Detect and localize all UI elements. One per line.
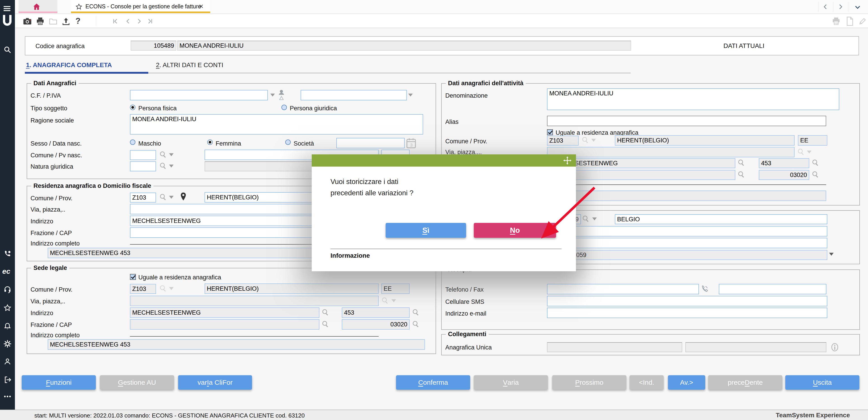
attivita-via-field[interactable]: [547, 147, 795, 157]
map-pin-icon[interactable]: [180, 192, 186, 201]
edit-pencil-icon[interactable]: [859, 17, 867, 25]
notifications-bell-icon[interactable]: [4, 322, 11, 330]
phone-contact-icon[interactable]: [4, 250, 11, 258]
dropdown-icon[interactable]: [591, 139, 596, 142]
phone-icon[interactable]: [701, 285, 709, 293]
radio-persona-fisica[interactable]: [130, 104, 135, 110]
stato-estero-field[interactable]: BELGIO: [615, 214, 827, 224]
sede-prov-field[interactable]: EE: [381, 283, 410, 294]
search-lookup-icon[interactable]: [160, 193, 166, 201]
gestione-au-button[interactable]: Gestione AU: [100, 375, 174, 390]
piva-dropdown-icon[interactable]: [408, 94, 413, 96]
camera-icon[interactable]: [23, 18, 32, 25]
precedente-button[interactable]: preceDente: [708, 375, 782, 390]
favorites-star-icon[interactable]: [4, 304, 11, 312]
anagrafica-unica-field-1[interactable]: [547, 342, 682, 352]
search-icon[interactable]: [4, 46, 11, 54]
new-document-icon[interactable]: [846, 17, 854, 26]
close-tab-icon[interactable]: ×: [199, 2, 204, 11]
alias-field[interactable]: [547, 116, 826, 126]
dropdown-icon[interactable]: [169, 196, 174, 199]
sede-civico-field[interactable]: 453: [342, 307, 410, 318]
funzioni-button[interactable]: Funzioni: [22, 375, 96, 390]
radio-persona-giuridica[interactable]: [281, 104, 287, 110]
si-button[interactable]: Sì: [385, 223, 466, 238]
attivita-civico-field[interactable]: 453: [759, 158, 809, 168]
radio-femmina[interactable]: [207, 140, 213, 145]
telefono-field[interactable]: [547, 284, 699, 294]
econs-browser-tab[interactable]: ECONS - Console per la gestione delle fa…: [71, 0, 210, 13]
search-lookup-icon[interactable]: [322, 321, 329, 328]
piva-field[interactable]: [301, 90, 407, 100]
cellulare-field[interactable]: [547, 296, 827, 306]
search-lookup-icon[interactable]: [322, 309, 329, 316]
tab-altri-dati-e-conti[interactable]: 2. ALTRI DATI E CONTI: [156, 61, 223, 69]
nav-forward-icon[interactable]: [837, 4, 844, 10]
headset-icon[interactable]: [4, 286, 11, 293]
search-lookup-icon[interactable]: [738, 159, 745, 167]
ragione-sociale-field[interactable]: MONEA ANDREI-IULIU: [130, 114, 423, 134]
ec-logo[interactable]: ec: [2, 267, 13, 275]
dropdown-icon[interactable]: [807, 151, 811, 153]
hamburger-menu-icon[interactable]: [4, 5, 11, 11]
search-lookup-icon[interactable]: [412, 309, 419, 316]
cf-dropdown-icon[interactable]: [270, 94, 275, 96]
dropdown-icon[interactable]: [392, 299, 396, 302]
sede-comune-field[interactable]: HERENT(BELGIO): [205, 283, 379, 294]
folder-icon[interactable]: [49, 18, 57, 25]
next-page-icon[interactable]: [135, 18, 143, 24]
residenza-indirizzo-field[interactable]: MECHELSESTEENWEG: [130, 216, 319, 226]
varia-clifor-button[interactable]: varIa CliFor: [178, 375, 252, 390]
attivita-prov-field[interactable]: EE: [798, 135, 827, 146]
favorite-star-icon[interactable]: [75, 3, 82, 10]
codice-anagrafica-field[interactable]: 105489: [131, 41, 176, 51]
email-field[interactable]: [547, 308, 827, 318]
conferma-button[interactable]: Conferma: [396, 375, 470, 390]
person-lookup-icon[interactable]: [278, 90, 285, 101]
comune-nasc-cod-field[interactable]: [130, 150, 156, 160]
pdf-print-icon[interactable]: PDF: [832, 17, 840, 25]
sede-indirizzo-field[interactable]: MECHELSESTEENWEG: [130, 307, 319, 318]
radio-maschio[interactable]: [130, 140, 135, 145]
info-icon[interactable]: [831, 343, 839, 352]
nav-back-icon[interactable]: [822, 4, 829, 10]
sede-via-field[interactable]: [130, 296, 379, 306]
dialog-drag-handle[interactable]: [312, 154, 576, 167]
search-lookup-icon[interactable]: [160, 151, 166, 158]
prev-page-icon[interactable]: [125, 18, 131, 24]
denominazione-field[interactable]: MONEA ANDREI-IULIU: [547, 88, 839, 110]
avanti-button[interactable]: Av.>: [668, 375, 705, 390]
denominazione-header-field[interactable]: MONEA ANDREI-IULIU: [177, 41, 631, 51]
dropdown-icon[interactable]: [169, 153, 174, 156]
chevron-down-icon[interactable]: [854, 4, 861, 10]
search-lookup-icon[interactable]: [812, 171, 819, 178]
first-page-icon[interactable]: [112, 18, 119, 24]
search-lookup-icon[interactable]: [798, 148, 804, 155]
help-icon[interactable]: ?: [75, 16, 81, 26]
uscita-button[interactable]: Uscita: [785, 375, 860, 390]
dropdown-icon[interactable]: [829, 253, 834, 256]
logout-icon[interactable]: [4, 376, 11, 384]
dropdown-icon[interactable]: [169, 287, 174, 290]
radio-societa[interactable]: [285, 140, 291, 145]
attivita-cap-field[interactable]: 03020: [759, 170, 809, 180]
sede-frazione-field[interactable]: [130, 319, 319, 330]
search-lookup-icon[interactable]: [160, 285, 166, 292]
anagrafica-unica-field-2[interactable]: [685, 342, 827, 352]
attivita-comune-cod-field[interactable]: Z103: [547, 136, 579, 146]
fax-field[interactable]: [719, 284, 827, 294]
attivita-comune-field[interactable]: HERENT(BELGIO): [615, 135, 795, 146]
upload-icon[interactable]: [62, 17, 70, 25]
residenza-comune-cod-field[interactable]: Z103: [130, 192, 156, 203]
estero-field-4[interactable]: 7059: [547, 250, 827, 260]
settings-gear-icon[interactable]: [4, 340, 11, 348]
attivita-uguale-checkbox[interactable]: [547, 129, 553, 135]
move-icon[interactable]: [563, 156, 571, 164]
search-lookup-icon[interactable]: [412, 321, 419, 328]
user-profile-icon[interactable]: [4, 358, 11, 365]
natura-giuridica-cod-field[interactable]: [130, 161, 156, 171]
sede-cap-field[interactable]: 03020: [342, 319, 410, 330]
search-lookup-icon[interactable]: [812, 159, 819, 167]
home-tab[interactable]: [19, 0, 57, 13]
search-lookup-icon[interactable]: [381, 297, 388, 304]
